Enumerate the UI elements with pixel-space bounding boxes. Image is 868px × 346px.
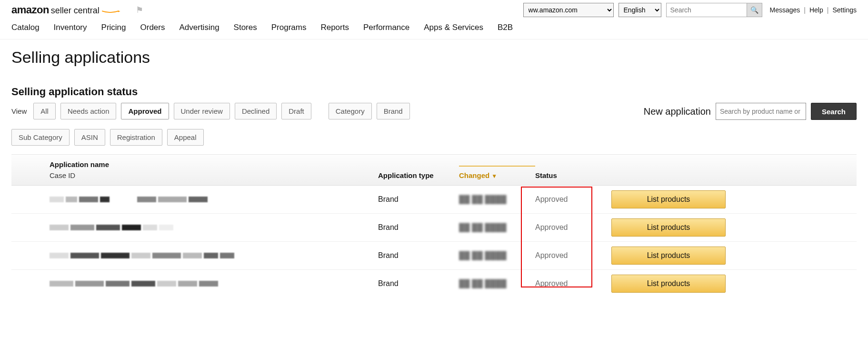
new-application-label: New application	[644, 106, 711, 117]
main-nav: Catalog Inventory Pricing Orders Adverti…	[0, 19, 868, 40]
applications-table: Application name Case ID Application typ…	[11, 154, 857, 297]
page-title: Selling applications	[11, 48, 857, 67]
cell-application-type: Brand	[378, 279, 459, 288]
nav-reports[interactable]: Reports	[320, 23, 349, 32]
view-label: View	[11, 107, 27, 115]
amazon-smile-icon	[101, 10, 124, 13]
table-row: Brand ██ ██ ████ Approved List products	[11, 186, 857, 214]
cell-changed: ██ ██ ████	[459, 223, 535, 232]
brand-sub: seller central	[51, 6, 100, 15]
cell-status: Approved	[535, 251, 568, 259]
cell-application-type: Brand	[378, 223, 459, 232]
cell-application-name	[50, 197, 378, 202]
nav-advertising[interactable]: Advertising	[179, 23, 219, 32]
top-links: Messages | Help | Settings	[770, 6, 857, 14]
cell-changed: ██ ██ ████	[459, 279, 535, 288]
cell-application-name	[50, 281, 378, 287]
cell-status: Approved	[535, 279, 568, 287]
global-search-button[interactable]: 🔍	[747, 3, 762, 17]
filter-appeal[interactable]: Appeal	[167, 129, 204, 146]
marketplace-select[interactable]: ww.amazon.com	[523, 3, 614, 17]
list-products-button[interactable]: List products	[611, 275, 726, 293]
table-header: Application name Case ID Application typ…	[11, 154, 857, 186]
table-row: Brand ██ ██ ████ Approved List products	[11, 270, 857, 297]
list-products-button[interactable]: List products	[611, 190, 726, 208]
nav-stores[interactable]: Stores	[234, 23, 257, 32]
cell-status: Approved	[535, 195, 568, 203]
filter-declined[interactable]: Declined	[235, 103, 277, 119]
filter-bar: View All Needs action Approved Under rev…	[11, 103, 440, 146]
cell-changed: ██ ██ ████	[459, 251, 535, 260]
th-changed[interactable]: Changed ▼	[459, 166, 535, 179]
global-search-input[interactable]	[666, 3, 747, 17]
cell-application-type: Brand	[378, 251, 459, 260]
table-row: Brand ██ ██ ████ Approved List products	[11, 242, 857, 270]
language-select[interactable]: English	[619, 3, 661, 17]
cell-application-type: Brand	[378, 195, 459, 204]
cell-status: Approved	[535, 223, 568, 231]
filter-registration[interactable]: Registration	[110, 129, 162, 146]
sort-desc-icon: ▼	[491, 173, 497, 179]
nav-apps-services[interactable]: Apps & Services	[424, 23, 483, 32]
global-search: 🔍	[666, 3, 762, 17]
filter-brand[interactable]: Brand	[377, 103, 410, 119]
brand-logo[interactable]: amazon seller central	[11, 4, 124, 16]
search-icon: 🔍	[750, 6, 758, 14]
nav-inventory[interactable]: Inventory	[54, 23, 87, 32]
filter-category[interactable]: Category	[329, 103, 372, 119]
nav-b2b[interactable]: B2B	[498, 23, 513, 32]
cell-changed: ██ ██ ████	[459, 195, 535, 204]
nav-pricing[interactable]: Pricing	[101, 23, 126, 32]
th-status[interactable]: Status	[535, 171, 611, 179]
filter-draft[interactable]: Draft	[281, 103, 311, 119]
new-application-search-button[interactable]: Search	[811, 103, 857, 120]
nav-performance[interactable]: Performance	[363, 23, 409, 32]
filter-sub-category[interactable]: Sub Category	[11, 129, 70, 146]
list-products-button[interactable]: List products	[611, 247, 726, 265]
settings-link[interactable]: Settings	[832, 6, 857, 14]
new-application: New application Search	[644, 103, 857, 120]
filter-approved[interactable]: Approved	[121, 103, 169, 119]
nav-catalog[interactable]: Catalog	[11, 23, 40, 32]
top-bar: amazon seller central ⚑ ww.amazon.com En…	[0, 0, 868, 19]
th-case-id[interactable]: Case ID	[50, 171, 378, 179]
section-title: Selling application status	[11, 86, 857, 98]
cell-application-name	[50, 253, 378, 258]
table-row: Brand ██ ██ ████ Approved List products	[11, 214, 857, 242]
filter-all[interactable]: All	[33, 103, 56, 119]
nav-programs[interactable]: Programs	[271, 23, 307, 32]
filter-asin[interactable]: ASIN	[74, 129, 105, 146]
messages-link[interactable]: Messages	[770, 6, 800, 14]
flag-icon[interactable]: ⚑	[136, 5, 143, 15]
filter-needs-action[interactable]: Needs action	[60, 103, 117, 119]
list-products-button[interactable]: List products	[611, 218, 726, 237]
filter-under-review[interactable]: Under review	[174, 103, 230, 119]
th-application-type[interactable]: Application type	[378, 171, 459, 179]
brand-main: amazon	[11, 4, 49, 16]
nav-orders[interactable]: Orders	[140, 23, 165, 32]
th-application-name[interactable]: Application name	[50, 160, 378, 168]
cell-application-name	[50, 225, 378, 230]
help-link[interactable]: Help	[809, 6, 823, 14]
new-application-input[interactable]	[716, 103, 806, 120]
